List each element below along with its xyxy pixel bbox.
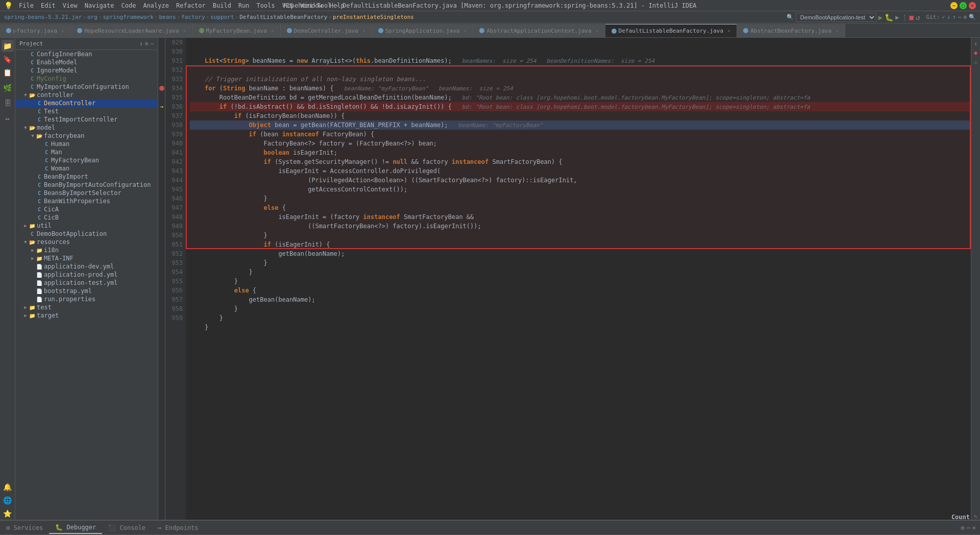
tree-item-man[interactable]: CMan	[15, 148, 158, 156]
tree-item-application-prod.yml[interactable]: 📄application-prod.yml	[15, 271, 158, 279]
tree-item-testimportcontroller[interactable]: CTestImportController	[15, 115, 158, 124]
git-push[interactable]: ↑	[952, 14, 956, 20]
breadcrumb-support[interactable]: support	[210, 14, 234, 20]
run-button[interactable]: ▶	[878, 13, 883, 21]
breadcrumb-method[interactable]: preInstantiateSingletons	[333, 14, 414, 20]
bottom-more-icon[interactable]: ⋯	[967, 524, 970, 531]
tree-item-beanbyimportautoconfiguration[interactable]: CBeanByImportAutoConfiguration	[15, 181, 158, 189]
sidebar-bookmark-icon[interactable]: 🔖	[2, 53, 14, 65]
right-icon-3[interactable]: ⚠	[972, 58, 979, 65]
tab-close-abstractbean[interactable]: ×	[836, 28, 839, 34]
more-run-options[interactable]: ⋮	[901, 14, 908, 21]
bottom-tab-services[interactable]: ⚙ Services	[0, 522, 49, 533]
tab-close-abstractapp[interactable]: ×	[596, 28, 599, 34]
project-settings-icon[interactable]: ⚙	[145, 40, 149, 47]
bottom-tab-debugger[interactable]: 🐛 Debugger	[49, 522, 102, 534]
sidebar-restclient-icon[interactable]: ↔	[2, 112, 14, 125]
right-icon-1[interactable]: ↕	[972, 40, 979, 47]
tree-item-myimportautoconfiguration[interactable]: CMyImportAutoConfiguration	[15, 83, 158, 91]
project-gear-icon[interactable]: ⋯	[150, 40, 154, 47]
menu-refactor[interactable]: Refactor	[173, 0, 209, 11]
code-content[interactable]: List<String> beanNames = new ArrayList<>…	[186, 38, 971, 520]
tree-item-beanbyimport[interactable]: CBeanByImport	[15, 173, 158, 181]
sidebar-structure-icon[interactable]: 📋	[2, 66, 14, 79]
tab-abstractappcontext[interactable]: AbstractApplicationContext.java ×	[473, 24, 605, 37]
sidebar-web-icon[interactable]: 🌐	[2, 494, 14, 506]
tab-myfactorybean[interactable]: MyFactoryBean.java ×	[193, 24, 281, 37]
tree-item-enablemodel[interactable]: CEnableModel	[15, 58, 158, 66]
tab-factory[interactable]: ▷factory.java ×	[0, 24, 71, 37]
tab-close-factory[interactable]: ×	[61, 28, 64, 34]
tree-item-application-dev.yml[interactable]: 📄application-dev.yml	[15, 262, 158, 271]
stop-button[interactable]: ■	[910, 13, 914, 21]
sidebar-favorites-icon[interactable]: ⭐	[2, 507, 14, 520]
breadcrumb-class[interactable]: DefaultListableBeanFactory	[239, 14, 327, 20]
menu-navigate[interactable]: Navigate	[82, 0, 117, 11]
tree-item-factorybean[interactable]: ▼📂factorybean	[15, 132, 158, 140]
tree-item-run.properties[interactable]: 📄run.properties	[15, 295, 158, 303]
bottom-close-icon[interactable]: ×	[972, 524, 976, 531]
tree-item-demobootapplication[interactable]: CDemoBootApplication	[15, 230, 158, 238]
tree-item-myconfig[interactable]: CMyConfig	[15, 75, 158, 83]
menu-code[interactable]: Code	[118, 0, 139, 11]
tab-close-defaultlistable[interactable]: ×	[727, 28, 730, 34]
menu-file[interactable]: File	[16, 0, 37, 11]
tab-abstractbeanfactory[interactable]: AbstractBeanFactory.java ×	[737, 24, 845, 37]
tree-item-resources[interactable]: ▼📂resources	[15, 238, 158, 246]
breadcrumb-factory[interactable]: factory	[181, 14, 205, 20]
tree-item-configinnerbean[interactable]: CConfigInnerBean	[15, 50, 158, 58]
reload-button[interactable]: ↺	[916, 13, 920, 21]
tab-close-myfactorybean[interactable]: ×	[271, 28, 274, 34]
menu-edit[interactable]: Edit	[38, 0, 59, 11]
tree-item-beansbyimportselector[interactable]: CBeansByImportSelector	[15, 189, 158, 197]
sidebar-database-icon[interactable]: 🗄	[2, 97, 14, 109]
tree-item-test[interactable]: CTest	[15, 107, 158, 115]
tree-item-democontroller[interactable]: CDemoController	[15, 99, 158, 107]
run-with-coverage-button[interactable]: ▶	[895, 14, 899, 21]
tree-item-myfactorybean[interactable]: CMyFactoryBean	[15, 156, 158, 164]
maximize-button[interactable]: □	[960, 2, 967, 9]
menu-build[interactable]: Build	[210, 0, 234, 11]
breadcrumb-org[interactable]: org	[87, 14, 97, 20]
menu-run[interactable]: Run	[235, 0, 253, 11]
tab-springapplication[interactable]: SpringApplication.java ×	[372, 24, 474, 37]
tree-item-application-test.yml[interactable]: 📄application-test.yml	[15, 279, 158, 287]
search-everywhere-icon[interactable]: 🔍	[969, 14, 976, 20]
right-icon-4[interactable]: ✎	[972, 513, 979, 520]
tab-defaultlistable[interactable]: DefaultListableBeanFactory.java ×	[605, 24, 737, 37]
minimize-button[interactable]: −	[950, 2, 958, 9]
tree-item-bootstrap.yml[interactable]: 📄bootstrap.yml	[15, 287, 158, 295]
project-scope-icon[interactable]: ↕	[139, 40, 143, 47]
tree-item-target[interactable]: ▶📁target	[15, 311, 158, 320]
close-button[interactable]: ×	[969, 2, 976, 9]
tab-close-democontroller[interactable]: ×	[362, 28, 365, 34]
menu-analyze[interactable]: Analyze	[140, 0, 172, 11]
tree-item-woman[interactable]: CWoman	[15, 164, 158, 173]
git-more[interactable]: ⋯	[958, 14, 962, 20]
sidebar-project-icon[interactable]: 📁	[2, 40, 14, 52]
tree-item-cica[interactable]: CCicA	[15, 205, 158, 213]
git-update[interactable]: ↓	[947, 14, 951, 20]
sidebar-notifications-icon[interactable]: 🔔	[2, 481, 14, 493]
bottom-tab-endpoints[interactable]: ↔ Endpoints	[152, 522, 204, 533]
tree-item-beanwithproperties[interactable]: CBeanWithProperties	[15, 197, 158, 205]
git-branch[interactable]: ✓	[942, 14, 945, 20]
tree-item-human[interactable]: CHuman	[15, 140, 158, 148]
settings-icon[interactable]: ⚙	[963, 14, 967, 20]
debug-button[interactable]: 🐛	[885, 13, 893, 21]
code-area[interactable]: → 92993093193293393493593693793893994094…	[158, 38, 971, 520]
tree-item-util[interactable]: ▶📁util	[15, 222, 158, 230]
tab-democontroller[interactable]: DemoController.java ×	[281, 24, 372, 37]
tree-item-ignoremodel[interactable]: CIgnoreModel	[15, 66, 158, 75]
tab-close-springapp[interactable]: ×	[463, 28, 467, 34]
bottom-settings-icon[interactable]: ⚙	[961, 524, 964, 531]
breadcrumb-spring-beans[interactable]: spring-beans-5.3.21.jar	[4, 14, 82, 20]
bottom-tab-console[interactable]: ⬛ Console	[102, 522, 152, 533]
tree-item-meta-inf[interactable]: ▶📁META-INF	[15, 254, 158, 262]
tree-item-model[interactable]: ▼📂model	[15, 124, 158, 132]
tree-item-cicb[interactable]: CCicB	[15, 213, 158, 222]
run-config-selector[interactable]: DemoBootApplication-test	[796, 13, 876, 22]
menu-tools[interactable]: Tools	[254, 0, 278, 11]
tree-item-controller[interactable]: ▼📂controller	[15, 91, 158, 99]
sidebar-git-icon[interactable]: 🌿	[2, 82, 14, 94]
